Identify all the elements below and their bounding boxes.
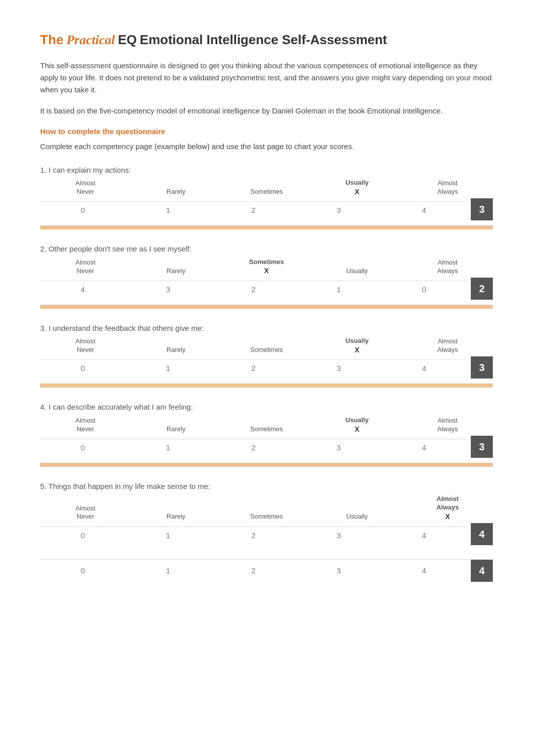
number-row-wrapper-4: 012343 [40,436,493,458]
score-box-2: 2 [471,278,493,300]
number-cell-2-4: 0 [381,281,467,299]
scale-label-4-0: AlmostNever [40,417,130,436]
scale-label-3-0: AlmostNever [40,337,130,356]
scale-label-1-0: AlmostNever [40,179,130,198]
scale-label-4-1: Rarely [130,425,221,436]
final-row-wrapper: 012344 [40,559,493,582]
scale-label-3-3: UsuallyX [312,337,402,356]
final-number-cell-3: 3 [296,562,381,580]
number-row-3: 01234 [40,359,467,377]
scale-label-3-1: Rarely [130,346,221,356]
final-numbers: 01234 [40,562,467,580]
question-text-3: 3. I understand the feedback that others… [40,323,493,334]
number-cell-2-3: 1 [296,281,381,299]
number-cell-1-3: 3 [296,201,381,219]
final-number-cell-1: 1 [125,562,211,580]
number-row-5: 01234 [40,527,467,545]
number-row-1: 01234 [40,201,467,219]
score-box-4: 3 [471,436,493,458]
number-row-2: 43210 [40,281,467,299]
scale-label-2-0: AlmostNever [40,259,130,278]
intro-paragraph-1: This self-assessment questionnaire is de… [40,60,493,96]
number-cell-5-3: 3 [296,527,381,545]
scale-label-5-3: Usually [312,513,402,523]
number-cell-4-3: 3 [296,439,381,457]
instructions-text: Complete each competency page (example b… [40,141,493,153]
divider-3 [40,384,493,388]
divider-2 [40,305,493,309]
scale-label-row-2: AlmostNeverRarelySometimesXUsuallyAlmost… [40,258,493,278]
questions-container: 1. I can explain my actions:AlmostNeverR… [40,165,493,546]
number-cell-5-2: 2 [211,527,296,545]
score-box-3: 3 [471,356,493,379]
question-block-5: 5. Things that happen in my life make se… [40,481,493,545]
scale-label-2-2: SometimesX [221,258,312,278]
number-cell-5-1: 1 [125,527,211,545]
number-row-wrapper-5: 012344 [40,523,493,545]
number-cell-2-1: 3 [125,281,211,299]
number-row-wrapper-1: 012343 [40,198,493,220]
number-cell-3-4: 4 [381,359,467,377]
scale-label-1-1: Rarely [130,188,221,198]
question-text-4: 4. I can describe accurately what I am f… [40,402,493,413]
number-cell-1-0: 0 [40,201,125,219]
scale-label-3-4: AlmostAlways [403,337,493,356]
number-cell-1-1: 1 [125,201,211,219]
scale-label-5-1: Rarely [130,513,221,523]
final-score-box: 4 [471,560,493,582]
title-practical: Practical [66,30,115,50]
number-cell-4-0: 0 [40,439,125,457]
number-cell-4-4: 4 [381,439,467,457]
final-number-cell-2: 2 [211,562,296,580]
scale-label-3-2: Sometimes [221,346,312,356]
title-eq: EQ [118,30,137,50]
question-block-4: 4. I can describe accurately what I am f… [40,402,493,467]
scale-label-1-2: Sometimes [221,188,312,198]
number-cell-4-1: 1 [125,439,211,457]
scale-label-5-4: AlmostAlwaysX [403,495,493,523]
question-block-2: 2. Other people don't see me as I see my… [40,243,493,309]
number-cell-1-2: 2 [211,201,296,219]
question-text-2: 2. Other people don't see me as I see my… [40,243,493,255]
number-cell-5-0: 0 [40,527,125,545]
scale-label-1-3: UsuallyX [312,179,402,198]
page-title: The Practical EQ Emotional Intelligence … [40,30,493,50]
number-cell-1-4: 4 [381,201,467,219]
divider-4 [40,463,493,467]
number-row-wrapper-2: 432102 [40,278,493,300]
number-cell-3-3: 3 [296,359,381,377]
number-row-wrapper-3: 012343 [40,356,493,379]
question-block-3: 3. I understand the feedback that others… [40,323,493,388]
scale-label-2-4: AlmostAlways [403,259,493,278]
scale-label-row-3: AlmostNeverRarelySometimesUsuallyXAlmost… [40,337,493,356]
question-block-1: 1. I can explain my actions:AlmostNeverR… [40,165,493,230]
number-cell-3-0: 0 [40,359,125,377]
final-number-cell-0: 0 [40,562,125,580]
final-score-row: 012344 [40,559,493,582]
number-cell-2-0: 4 [40,281,125,299]
scale-label-4-3: UsuallyX [312,416,402,436]
scale-label-1-4: AlmostAlways [403,179,493,198]
scale-label-2-1: Rarely [130,267,221,278]
final-number-cell-4: 4 [381,562,467,580]
scale-label-5-0: AlmostNever [40,505,130,524]
score-box-5: 4 [471,523,493,545]
scale-label-4-2: Sometimes [221,425,312,436]
how-to-heading: How to complete the questionnaire [40,126,493,138]
intro-paragraph-2: It is based on the five-competency model… [40,105,493,117]
question-text-1: 1. I can explain my actions: [40,165,493,176]
number-cell-5-4: 4 [381,527,467,545]
scale-label-row-5: AlmostNeverRarelySometimesUsuallyAlmostA… [40,495,493,523]
title-the: The [40,30,63,50]
score-box-1: 3 [471,198,493,220]
scale-label-4-4: AlmostAlways [403,417,493,436]
title-rest: Emotional Intelligence Self-Assessment [140,30,387,50]
number-cell-4-2: 2 [211,439,296,457]
number-row-4: 01234 [40,439,467,457]
number-cell-2-2: 2 [211,281,296,299]
divider-1 [40,225,493,229]
scale-label-5-2: Sometimes [221,513,312,523]
scale-label-2-3: Usually [312,267,402,278]
question-text-5: 5. Things that happen in my life make se… [40,481,493,492]
number-cell-3-1: 1 [125,359,211,377]
